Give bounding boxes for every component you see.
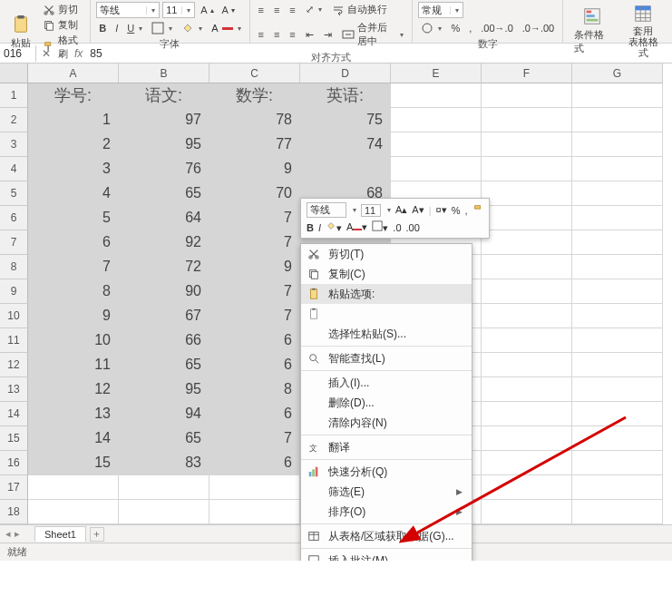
- cell-3-C[interactable]: 77: [209, 132, 300, 157]
- cell-12-A[interactable]: 11: [28, 353, 119, 377]
- col-head-G[interactable]: G: [572, 64, 663, 83]
- cell-1-D[interactable]: 英语:: [300, 83, 391, 108]
- cell-16-C[interactable]: 6: [209, 451, 300, 475]
- col-head-D[interactable]: D: [300, 64, 391, 83]
- increase-font-button[interactable]: A▴: [198, 3, 216, 17]
- cell-3-G[interactable]: [572, 132, 663, 157]
- row-head-15[interactable]: 15: [0, 426, 28, 451]
- cell-6-F[interactable]: [482, 206, 572, 230]
- ctx-item-14[interactable]: 快速分析(Q): [301, 462, 472, 482]
- cell-18-A[interactable]: [28, 500, 119, 524]
- font-size-combo[interactable]: 11▾: [162, 2, 195, 18]
- confirm-icon[interactable]: ✓: [58, 47, 67, 60]
- cell-15-A[interactable]: 14: [28, 426, 119, 451]
- cell-15-B[interactable]: 65: [119, 426, 209, 451]
- cell-13-B[interactable]: 95: [119, 377, 209, 402]
- cell-12-G[interactable]: [572, 353, 663, 377]
- cell-8-B[interactable]: 72: [119, 255, 209, 279]
- ctx-item-6[interactable]: 智能查找(L): [301, 348, 472, 368]
- col-head-C[interactable]: C: [209, 64, 300, 83]
- cell-17-C[interactable]: [209, 475, 300, 500]
- cell-16-A[interactable]: 15: [28, 451, 119, 475]
- cell-13-C[interactable]: 8: [209, 377, 300, 402]
- cell-9-G[interactable]: [572, 279, 663, 304]
- mini-dec-dec[interactable]: .00: [406, 222, 420, 233]
- align-top-button[interactable]: ≡: [256, 2, 267, 17]
- table-format-button[interactable]: 套用 表格格式: [619, 2, 667, 60]
- bold-button[interactable]: B: [96, 21, 109, 35]
- col-head-E[interactable]: E: [391, 64, 482, 83]
- mini-percent[interactable]: %: [452, 205, 461, 216]
- cell-15-F[interactable]: [482, 426, 572, 451]
- cell-3-F[interactable]: [482, 132, 572, 157]
- cell-17-G[interactable]: [572, 475, 663, 500]
- cell-14-A[interactable]: 13: [28, 402, 119, 426]
- row-head-14[interactable]: 14: [0, 402, 28, 426]
- cell-9-A[interactable]: 8: [28, 279, 119, 304]
- row-head-2[interactable]: 2: [0, 108, 28, 132]
- italic-button[interactable]: I: [112, 21, 121, 35]
- cell-4-A[interactable]: 3: [28, 157, 119, 181]
- cell-14-C[interactable]: 6: [209, 402, 300, 426]
- indent-inc-button[interactable]: ⇥: [321, 20, 335, 49]
- ctx-item-0[interactable]: 剪切(T): [301, 244, 472, 264]
- cell-7-B[interactable]: 92: [119, 230, 209, 255]
- font-name-combo[interactable]: 等线▾: [96, 2, 160, 18]
- cell-12-B[interactable]: 65: [119, 353, 209, 377]
- cell-1-G[interactable]: [572, 83, 663, 108]
- cell-7-G[interactable]: [572, 230, 663, 255]
- cell-6-B[interactable]: 64: [119, 206, 209, 230]
- row-head-4[interactable]: 4: [0, 157, 28, 181]
- row-head-3[interactable]: 3: [0, 132, 28, 157]
- cell-18-C[interactable]: [209, 500, 300, 524]
- row-head-18[interactable]: 18: [0, 500, 28, 524]
- ctx-item-10[interactable]: 清除内容(N): [301, 413, 472, 433]
- row-head-9[interactable]: 9: [0, 279, 28, 304]
- cell-15-G[interactable]: [572, 426, 663, 451]
- ctx-item-2[interactable]: 粘贴选项:: [301, 284, 472, 304]
- cell-2-G[interactable]: [572, 108, 663, 132]
- comma-button[interactable]: ,: [466, 21, 474, 35]
- cell-1-F[interactable]: [482, 83, 572, 108]
- fill-color-button[interactable]: ▾: [179, 21, 205, 35]
- mini-font-combo[interactable]: 等线: [307, 202, 346, 218]
- align-left-button[interactable]: ≡: [256, 20, 267, 49]
- decrease-decimal-button[interactable]: .0→.00: [520, 21, 557, 35]
- cell-12-F[interactable]: [482, 353, 572, 377]
- copy-button[interactable]: 复制: [40, 17, 84, 33]
- cell-16-B[interactable]: 83: [119, 451, 209, 475]
- ctx-item-3[interactable]: [301, 304, 472, 324]
- border-button[interactable]: ▾: [149, 21, 175, 35]
- cell-17-A[interactable]: [28, 475, 119, 500]
- cell-1-A[interactable]: 学号:: [28, 83, 119, 108]
- cell-2-F[interactable]: [482, 108, 572, 132]
- mini-dec-font[interactable]: A▾: [412, 204, 424, 216]
- sheet-tab-1[interactable]: Sheet1: [34, 526, 86, 542]
- ctx-item-9[interactable]: 删除(D)...: [301, 393, 472, 413]
- cell-12-C[interactable]: 6: [209, 353, 300, 377]
- cell-17-B[interactable]: [119, 475, 209, 500]
- cell-5-G[interactable]: [572, 181, 663, 206]
- ctx-item-1[interactable]: 复制(C): [301, 264, 472, 284]
- cell-5-A[interactable]: 4: [28, 181, 119, 206]
- cell-7-C[interactable]: 7: [209, 230, 300, 255]
- row-head-11[interactable]: 11: [0, 328, 28, 353]
- cell-16-G[interactable]: [572, 451, 663, 475]
- cell-3-D[interactable]: 74: [300, 132, 391, 157]
- ctx-item-12[interactable]: 文翻译: [301, 437, 472, 457]
- col-head-A[interactable]: A: [28, 64, 119, 83]
- row-head-17[interactable]: 17: [0, 475, 28, 500]
- name-box[interactable]: 016: [0, 45, 36, 62]
- mini-size-combo[interactable]: 11: [361, 204, 381, 217]
- mini-italic[interactable]: I: [318, 222, 321, 233]
- col-head-B[interactable]: B: [119, 64, 209, 83]
- cut-button[interactable]: 剪切: [40, 2, 84, 17]
- cell-11-F[interactable]: [482, 328, 572, 353]
- row-head-8[interactable]: 8: [0, 255, 28, 279]
- cell-10-B[interactable]: 67: [119, 304, 209, 328]
- underline-button[interactable]: U▾: [124, 21, 145, 35]
- cell-8-F[interactable]: [482, 255, 572, 279]
- cell-11-G[interactable]: [572, 328, 663, 353]
- cell-15-C[interactable]: 7: [209, 426, 300, 451]
- cell-4-G[interactable]: [572, 157, 663, 181]
